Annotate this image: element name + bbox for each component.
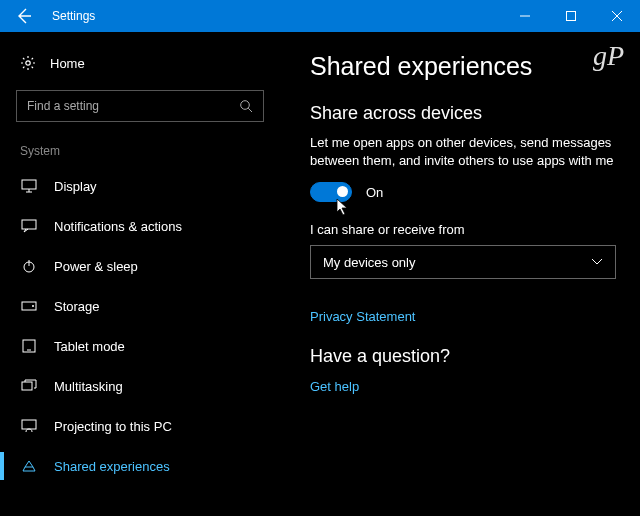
gear-icon xyxy=(20,55,36,71)
page-title: Shared experiences xyxy=(310,52,618,81)
storage-icon xyxy=(20,301,38,311)
search-icon xyxy=(239,99,253,113)
privacy-link[interactable]: Privacy Statement xyxy=(310,309,416,324)
svg-point-7 xyxy=(32,305,34,307)
tablet-icon xyxy=(20,339,38,353)
content-pane: gP Shared experiences Share across devic… xyxy=(280,32,640,516)
home-label: Home xyxy=(50,56,85,71)
search-placeholder: Find a setting xyxy=(27,99,99,113)
svg-rect-0 xyxy=(567,12,576,21)
display-icon xyxy=(20,179,38,193)
watermark: gP xyxy=(593,40,624,72)
share-from-label: I can share or receive from xyxy=(310,222,618,237)
arrow-left-icon xyxy=(16,8,32,24)
sidebar-item-power[interactable]: Power & sleep xyxy=(0,246,280,286)
sidebar-item-label: Projecting to this PC xyxy=(54,419,172,434)
sidebar-item-label: Display xyxy=(54,179,97,194)
sidebar-item-tablet[interactable]: Tablet mode xyxy=(0,326,280,366)
sidebar-item-label: Notifications & actions xyxy=(54,219,182,234)
maximize-icon xyxy=(566,11,576,21)
mouse-cursor-icon xyxy=(336,198,350,216)
projecting-icon xyxy=(20,419,38,433)
sidebar-item-notifications[interactable]: Notifications & actions xyxy=(0,206,280,246)
svg-rect-10 xyxy=(22,420,36,429)
svg-point-1 xyxy=(26,61,30,65)
sidebar-item-label: Shared experiences xyxy=(54,459,170,474)
sidebar: Home Find a setting System Display Notif… xyxy=(0,32,280,516)
window-title: Settings xyxy=(48,9,95,23)
svg-rect-4 xyxy=(22,220,36,229)
sidebar-item-label: Power & sleep xyxy=(54,259,138,274)
sidebar-item-label: Storage xyxy=(54,299,100,314)
minimize-icon xyxy=(520,11,530,21)
multitasking-icon xyxy=(20,379,38,393)
svg-rect-9 xyxy=(22,382,32,390)
dropdown-value: My devices only xyxy=(323,255,415,270)
power-icon xyxy=(20,259,38,273)
section-description: Let me open apps on other devices, send … xyxy=(310,134,618,170)
sidebar-item-shared[interactable]: Shared experiences xyxy=(0,446,280,486)
section-title: Share across devices xyxy=(310,103,618,124)
shared-icon xyxy=(20,459,38,473)
sidebar-item-multitasking[interactable]: Multitasking xyxy=(0,366,280,406)
toggle-knob xyxy=(337,186,348,197)
sidebar-item-label: Multitasking xyxy=(54,379,123,394)
share-from-dropdown[interactable]: My devices only xyxy=(310,245,616,279)
close-icon xyxy=(612,11,622,21)
svg-point-2 xyxy=(241,101,250,110)
toggle-state-label: On xyxy=(366,185,383,200)
sidebar-item-projecting[interactable]: Projecting to this PC xyxy=(0,406,280,446)
home-button[interactable]: Home xyxy=(0,44,280,82)
chevron-down-icon xyxy=(591,258,603,266)
back-button[interactable] xyxy=(0,0,48,32)
titlebar: Settings xyxy=(0,0,640,32)
group-title: System xyxy=(0,140,280,166)
sidebar-item-storage[interactable]: Storage xyxy=(0,286,280,326)
search-input[interactable]: Find a setting xyxy=(16,90,264,122)
help-link[interactable]: Get help xyxy=(310,379,359,394)
sidebar-item-label: Tablet mode xyxy=(54,339,125,354)
svg-rect-3 xyxy=(22,180,36,189)
minimize-button[interactable] xyxy=(502,0,548,32)
notifications-icon xyxy=(20,219,38,233)
close-button[interactable] xyxy=(594,0,640,32)
maximize-button[interactable] xyxy=(548,0,594,32)
question-title: Have a question? xyxy=(310,346,618,367)
sidebar-item-display[interactable]: Display xyxy=(0,166,280,206)
